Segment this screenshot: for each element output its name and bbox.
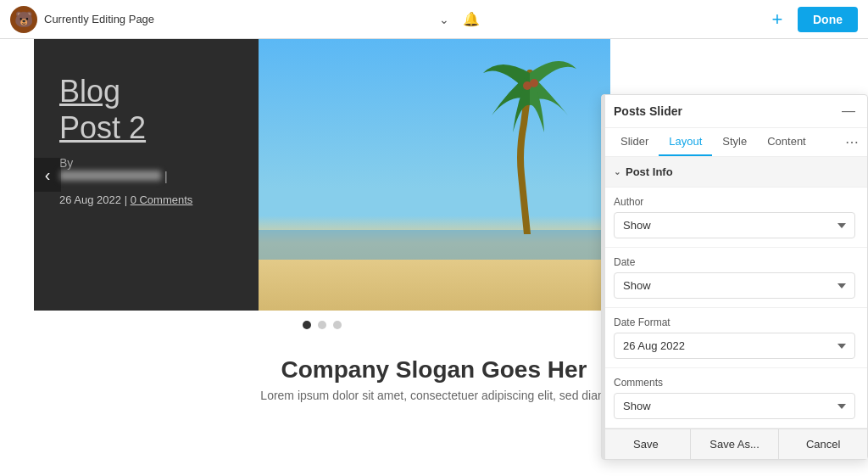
svg-point-1 — [530, 79, 538, 87]
date-format-select[interactable]: 26 Aug 2022 Aug 26 2022 2022-08-26 — [614, 333, 855, 359]
date-label: Date — [614, 256, 855, 268]
topbar-title: Currently Editing Page — [44, 13, 154, 25]
panel-body: ⌄ Post Info Author Show Hide Date Show H… — [602, 157, 867, 428]
tab-layout[interactable]: Layout — [659, 128, 712, 156]
tab-content[interactable]: Content — [757, 128, 816, 156]
slide-author — [59, 171, 161, 181]
notification-bell-icon[interactable]: 🔔 — [463, 11, 480, 27]
panel-footer: Save Save As... Cancel — [602, 428, 867, 459]
author-field-group: Author Show Hide — [602, 188, 867, 248]
panel-header: Posts Slider — — [602, 95, 867, 128]
slide-date: 26 Aug 2022 | 0 Comments — [59, 193, 233, 206]
panel-drag-handle[interactable] — [602, 95, 605, 459]
slide-title: BlogPost 2 — [59, 73, 233, 146]
date-format-label: Date Format — [614, 316, 855, 328]
slide-by-label: By | — [59, 156, 233, 183]
comments-select[interactable]: Show Hide — [614, 393, 855, 419]
tab-slider[interactable]: Slider — [610, 128, 659, 156]
author-label: Author — [614, 196, 855, 208]
date-format-field-group: Date Format 26 Aug 2022 Aug 26 2022 2022… — [602, 308, 867, 368]
slide-image — [259, 39, 610, 311]
comments-field-group: Comments Show Hide — [602, 368, 867, 428]
settings-panel: Posts Slider — Slider Layout Style Conte… — [601, 94, 868, 460]
logo: 🐻 — [10, 6, 37, 33]
slider-section: ‹ BlogPost 2 By | 26 Aug 2022 | 0 Commen… — [34, 39, 610, 311]
panel-tabs: Slider Layout Style Content ⋯ — [602, 128, 867, 157]
comments-label: Comments — [614, 377, 855, 389]
post-info-label: Post Info — [626, 165, 673, 178]
dot-1[interactable] — [303, 321, 311, 329]
tab-more-button[interactable]: ⋯ — [845, 128, 859, 156]
save-button[interactable]: Save — [602, 429, 691, 459]
dot-3[interactable] — [333, 321, 342, 329]
comments-link[interactable]: 0 Comments — [131, 193, 193, 206]
slide-left: BlogPost 2 By | 26 Aug 2022 | 0 Comments — [34, 39, 259, 311]
slider-prev-button[interactable]: ‹ — [34, 158, 61, 192]
logo-emoji: 🐻 — [14, 10, 33, 29]
author-select[interactable]: Show Hide — [614, 212, 855, 238]
topbar-left: 🐻 Currently Editing Page — [10, 6, 154, 33]
slider-dots — [0, 311, 644, 339]
dot-2[interactable] — [318, 321, 326, 329]
save-as-button[interactable]: Save As... — [691, 429, 780, 459]
post-info-section-header[interactable]: ⌄ Post Info — [602, 157, 867, 188]
cancel-button[interactable]: Cancel — [779, 429, 867, 459]
done-button[interactable]: Done — [798, 7, 858, 32]
topbar: 🐻 Currently Editing Page ⌄ 🔔 + Done — [0, 0, 868, 39]
date-select[interactable]: Show Hide — [614, 272, 855, 299]
section-chevron-icon: ⌄ — [614, 167, 620, 176]
main-area: ‹ BlogPost 2 By | 26 Aug 2022 | 0 Commen… — [0, 39, 868, 476]
topbar-right: + Done — [764, 6, 858, 33]
add-button[interactable]: + — [764, 6, 791, 33]
panel-minimize-button[interactable]: — — [842, 104, 855, 119]
chevron-down-icon[interactable]: ⌄ — [439, 13, 449, 26]
topbar-center: ⌄ 🔔 — [439, 11, 480, 27]
panel-title: Posts Slider — [614, 104, 682, 118]
date-field-group: Date Show Hide — [602, 248, 867, 308]
tab-style[interactable]: Style — [712, 128, 757, 156]
